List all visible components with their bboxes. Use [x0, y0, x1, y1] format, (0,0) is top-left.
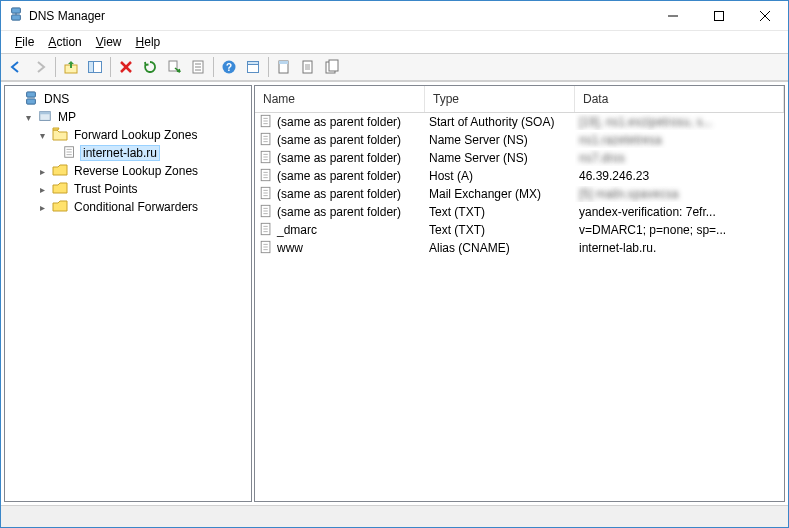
tree-label: Forward Lookup Zones [71, 127, 200, 143]
export-list-icon[interactable] [163, 56, 185, 78]
record-icon [259, 132, 273, 149]
tree-label: Trust Points [71, 181, 141, 197]
column-header-data[interactable]: Data [575, 86, 784, 112]
record-row[interactable]: (same as parent folder)Mail Exchanger (M… [255, 185, 784, 203]
column-header-name[interactable]: Name [255, 86, 425, 112]
new-domain-icon[interactable] [321, 56, 343, 78]
record-row[interactable]: (same as parent folder)Text (TXT)yandex-… [255, 203, 784, 221]
menu-view[interactable]: View [90, 33, 128, 51]
expand-icon[interactable]: ▸ [35, 184, 49, 195]
record-name: (same as parent folder) [277, 205, 401, 219]
list-header: Name Type Data [255, 86, 784, 113]
menubar: File Action View Help [1, 31, 788, 53]
back-button[interactable] [5, 56, 27, 78]
record-data: v=DMARC1; p=none; sp=... [575, 222, 784, 238]
list-body[interactable]: (same as parent folder)Start of Authorit… [255, 113, 784, 501]
tree-label: Reverse Lookup Zones [71, 163, 201, 179]
menu-file[interactable]: File [9, 33, 40, 51]
tree-node-server[interactable]: ▾ MP [7, 108, 249, 126]
tree-node-forward-lookup-zones[interactable]: ▾ Forward Lookup Zones [7, 126, 249, 144]
svg-rect-22 [279, 61, 288, 64]
record-icon [259, 204, 273, 221]
record-type: Text (TXT) [425, 222, 575, 238]
tree-node-trust-points[interactable]: ▸ Trust Points [7, 180, 249, 198]
delete-button[interactable] [115, 56, 137, 78]
tree-node-conditional-forwarders[interactable]: ▸ Conditional Forwarders [7, 198, 249, 216]
record-row[interactable]: (same as parent folder)Start of Authorit… [255, 113, 784, 131]
svg-rect-0 [12, 8, 21, 13]
svg-rect-4 [715, 11, 724, 20]
tree-label: MP [55, 109, 79, 125]
record-data: 46.39.246.23 [575, 168, 784, 184]
tree-node-dns[interactable]: DNS [7, 90, 249, 108]
svg-rect-9 [89, 62, 94, 73]
titlebar[interactable]: DNS Manager [1, 1, 788, 31]
tree-node-zone-internet-lab[interactable]: internet-lab.ru [7, 144, 249, 162]
record-type: Alias (CNAME) [425, 240, 575, 256]
record-icon [259, 222, 273, 239]
expand-icon[interactable]: ▸ [35, 166, 49, 177]
svg-rect-28 [329, 60, 338, 71]
app-icon [9, 7, 23, 24]
up-one-level-icon[interactable] [60, 56, 82, 78]
tree-label: Conditional Forwarders [71, 199, 201, 215]
forward-button[interactable] [29, 56, 51, 78]
window-title: DNS Manager [29, 9, 105, 23]
menu-action[interactable]: Action [42, 33, 87, 51]
help-button[interactable]: ? [218, 56, 240, 78]
filter-icon[interactable] [242, 56, 264, 78]
close-button[interactable] [742, 1, 788, 31]
zone-icon [63, 145, 77, 162]
dns-manager-window: DNS Manager File Action View Help ? [0, 0, 789, 528]
records-list: Name Type Data (same as parent folder)St… [254, 85, 785, 502]
maximize-button[interactable] [696, 1, 742, 31]
new-record-icon[interactable] [273, 56, 295, 78]
dns-root-icon [24, 91, 38, 108]
record-row[interactable]: (same as parent folder)Name Server (NS)n… [255, 149, 784, 167]
record-name: www [277, 241, 303, 255]
new-host-icon[interactable] [297, 56, 319, 78]
record-row[interactable]: (same as parent folder)Name Server (NS)n… [255, 131, 784, 149]
record-data: [19], ns1.exzipetrosu, s... [575, 114, 784, 130]
record-data: yandex-verification: 7efr... [575, 204, 784, 220]
tree-label: internet-lab.ru [80, 145, 160, 161]
toolbar-separator [110, 57, 111, 77]
tree-node-reverse-lookup-zones[interactable]: ▸ Reverse Lookup Zones [7, 162, 249, 180]
record-icon [259, 114, 273, 131]
collapse-icon[interactable]: ▾ [21, 112, 35, 123]
menu-help[interactable]: Help [130, 33, 167, 51]
folder-icon [52, 181, 68, 198]
collapse-icon[interactable]: ▾ [35, 130, 49, 141]
record-row[interactable]: (same as parent folder)Host (A)46.39.246… [255, 167, 784, 185]
record-type: Name Server (NS) [425, 150, 575, 166]
folder-icon [52, 163, 68, 180]
expand-icon[interactable]: ▸ [35, 202, 49, 213]
minimize-button[interactable] [650, 1, 696, 31]
record-name: (same as parent folder) [277, 133, 401, 147]
record-row[interactable]: _dmarcText (TXT)v=DMARC1; p=none; sp=... [255, 221, 784, 239]
record-type: Name Server (NS) [425, 132, 575, 148]
server-icon [38, 109, 52, 126]
record-type: Host (A) [425, 168, 575, 184]
svg-rect-1 [12, 15, 21, 20]
record-name: (same as parent folder) [277, 151, 401, 165]
svg-rect-20 [248, 62, 259, 65]
statusbar [1, 505, 788, 527]
toolbar-separator [268, 57, 269, 77]
properties-icon[interactable] [187, 56, 209, 78]
record-data: ns1.razetetresa [575, 132, 784, 148]
show-hide-tree-icon[interactable] [84, 56, 106, 78]
record-icon [259, 150, 273, 167]
record-icon [259, 168, 273, 185]
record-type: Text (TXT) [425, 204, 575, 220]
svg-rect-30 [27, 98, 36, 103]
folder-open-icon [52, 127, 68, 144]
column-header-type[interactable]: Type [425, 86, 575, 112]
console-tree[interactable]: DNS ▾ MP ▾ Forward Lookup Zones internet… [4, 85, 252, 502]
record-data: internet-lab.ru. [575, 240, 784, 256]
refresh-button[interactable] [139, 56, 161, 78]
record-row[interactable]: wwwAlias (CNAME)internet-lab.ru. [255, 239, 784, 257]
svg-rect-29 [27, 91, 36, 96]
svg-rect-32 [40, 111, 51, 114]
svg-text:?: ? [226, 62, 232, 73]
